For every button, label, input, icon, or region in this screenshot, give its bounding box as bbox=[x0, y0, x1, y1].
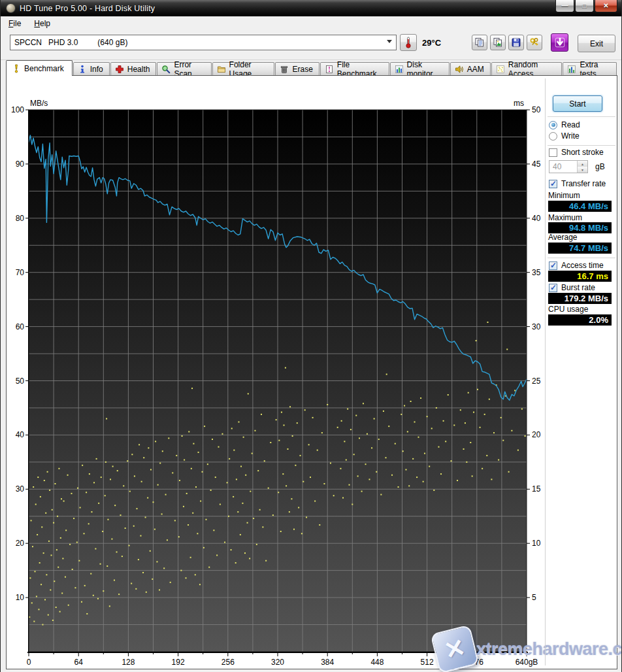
read-label: Read bbox=[561, 120, 580, 129]
burst-rate-value: 179.2 MB/s bbox=[548, 293, 612, 304]
svg-text:MB/s: MB/s bbox=[30, 99, 48, 108]
svg-text:64: 64 bbox=[74, 658, 84, 667]
svg-text:20: 20 bbox=[16, 539, 25, 548]
svg-text:90: 90 bbox=[16, 160, 25, 169]
svg-text:25: 25 bbox=[532, 377, 541, 386]
svg-text:30: 30 bbox=[16, 484, 25, 494]
svg-text:50: 50 bbox=[16, 377, 25, 386]
svg-text:10: 10 bbox=[532, 539, 541, 548]
average-label: Average bbox=[548, 233, 577, 242]
svg-text:128: 128 bbox=[122, 658, 135, 667]
short-stroke-spinner[interactable]: 40 ▲ ▼ bbox=[549, 160, 588, 173]
svg-text:256: 256 bbox=[221, 658, 235, 667]
write-radio[interactable] bbox=[549, 132, 557, 141]
svg-text:0: 0 bbox=[27, 658, 31, 667]
maximum-value: 94.8 MB/s bbox=[548, 222, 612, 233]
burst-rate-row[interactable]: Burst rate bbox=[549, 283, 595, 292]
transfer-rate-label: Transfer rate bbox=[561, 179, 606, 188]
write-radio-row[interactable]: Write bbox=[549, 131, 580, 141]
read-radio[interactable] bbox=[549, 121, 557, 129]
svg-text:384: 384 bbox=[321, 658, 334, 667]
svg-text:ms: ms bbox=[514, 99, 524, 108]
benchmark-control-panel: Start Read Write Short stroke 40 ▲ ▼ gB … bbox=[546, 80, 617, 662]
transfer-rate-row[interactable]: Transfer rate bbox=[549, 179, 606, 188]
average-value: 74.7 MB/s bbox=[548, 243, 612, 254]
cpu-usage-value: 2.0% bbox=[548, 314, 612, 326]
access-time-label: Access time bbox=[561, 261, 604, 270]
app-window: HD Tune Pro 5.00 - Hard Disk Utility — □… bbox=[0, 0, 622, 672]
svg-text:320: 320 bbox=[271, 658, 284, 667]
short-stroke-value: 40 bbox=[549, 161, 577, 173]
svg-text:10: 10 bbox=[16, 593, 25, 602]
access-time-value: 16.7 ms bbox=[548, 271, 612, 282]
svg-text:5: 5 bbox=[532, 593, 536, 602]
svg-text:512: 512 bbox=[421, 658, 434, 667]
gb-unit-label: gB bbox=[595, 162, 605, 171]
short-stroke-row[interactable]: Short stroke bbox=[549, 148, 604, 157]
benchmark-exclamation-icon bbox=[12, 64, 21, 73]
svg-text:576: 576 bbox=[470, 658, 483, 667]
minimum-value: 46.4 MB/s bbox=[548, 201, 612, 212]
svg-text:30: 30 bbox=[532, 322, 541, 331]
benchmark-chart: 1020304050607080901005101520253035404550… bbox=[1, 0, 622, 672]
svg-text:192: 192 bbox=[172, 658, 185, 667]
short-stroke-checkbox[interactable] bbox=[549, 148, 557, 157]
maximum-label: Maximum bbox=[548, 213, 582, 222]
svg-text:40: 40 bbox=[16, 430, 25, 439]
start-button[interactable]: Start bbox=[553, 95, 602, 112]
svg-text:640gB: 640gB bbox=[516, 658, 538, 667]
svg-text:15: 15 bbox=[532, 484, 541, 494]
svg-text:40: 40 bbox=[532, 214, 541, 223]
access-time-row[interactable]: Access time bbox=[549, 261, 604, 270]
svg-text:35: 35 bbox=[532, 268, 541, 277]
separator bbox=[548, 258, 615, 260]
svg-text:448: 448 bbox=[370, 658, 384, 667]
burst-rate-checkbox[interactable] bbox=[549, 284, 557, 292]
separator bbox=[548, 116, 615, 119]
spinner-up-icon[interactable]: ▲ bbox=[578, 161, 587, 167]
svg-text:60: 60 bbox=[16, 322, 25, 331]
svg-text:50: 50 bbox=[532, 105, 541, 114]
transfer-rate-checkbox[interactable] bbox=[549, 180, 557, 188]
read-radio-row[interactable]: Read bbox=[549, 120, 580, 129]
access-time-checkbox[interactable] bbox=[549, 261, 557, 270]
svg-text:45: 45 bbox=[532, 160, 541, 169]
svg-text:100: 100 bbox=[11, 105, 24, 114]
svg-text:70: 70 bbox=[16, 268, 25, 277]
short-stroke-label: Short stroke bbox=[561, 148, 604, 157]
minimum-label: Minimum bbox=[548, 191, 580, 200]
burst-rate-label: Burst rate bbox=[561, 283, 595, 292]
spinner-down-icon[interactable]: ▼ bbox=[578, 167, 587, 173]
tab-benchmark[interactable]: Benchmark bbox=[6, 60, 73, 76]
write-label: Write bbox=[561, 131, 580, 141]
svg-text:20: 20 bbox=[532, 430, 541, 439]
svg-text:80: 80 bbox=[16, 214, 25, 223]
cpu-usage-label: CPU usage bbox=[548, 305, 588, 314]
